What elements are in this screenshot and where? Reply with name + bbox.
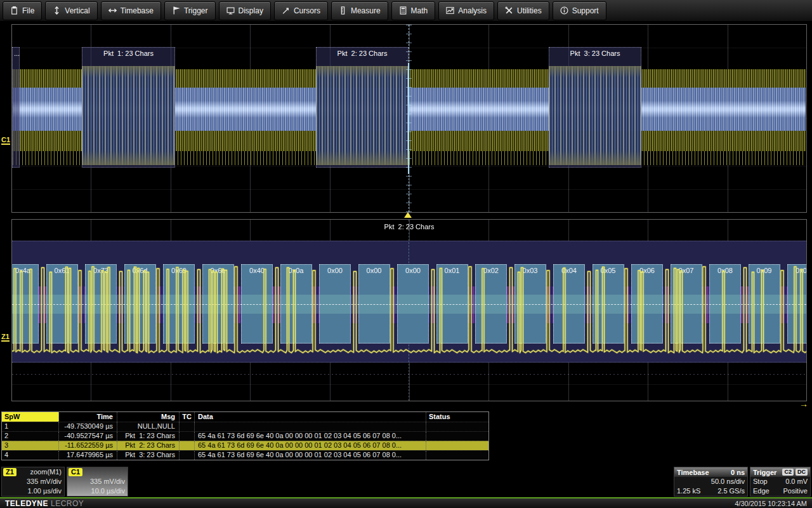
cell-index: 2 — [2, 432, 59, 441]
timebase-delay: 0 ns — [731, 469, 745, 476]
trigger-slope: Positive — [783, 486, 808, 496]
brand-lecroy: LECROY — [51, 499, 84, 508]
cell-time: -40.9527547 µs — [59, 432, 117, 441]
column-header-spw: SpW — [2, 412, 59, 422]
menu-timebase-label: Timebase — [121, 6, 154, 15]
cell-index: 4 — [2, 451, 59, 460]
packet-overlay-3: Pkt 3: 23 Chars — [549, 47, 641, 168]
chart-line-icon — [446, 6, 454, 15]
z1-vdiv: 335 mV/div — [27, 478, 62, 485]
menu-support-label: Support — [572, 6, 599, 15]
z1-descriptor[interactable]: Z1 zoom(M1) 335 mV/div 1.00 µs/div — [1, 467, 65, 497]
menu-vertical-label: Vertical — [65, 6, 89, 15]
packet-label: Pkt 3: 23 Chars — [549, 50, 641, 57]
menu-bar: File Vertical Timebase Trigger Display C… — [0, 0, 812, 22]
trigger-mode: Stop — [753, 477, 768, 486]
z1-tag: Z1 — [3, 468, 16, 476]
cursor-arrow-icon — [282, 6, 290, 15]
packet-overlay-1: Pkt 1: 23 Chars — [82, 47, 175, 168]
menu-display[interactable]: Display — [219, 1, 271, 20]
cell-index: 1 — [2, 422, 59, 431]
zoom-grid: 0x4a0x610x730x6d0x690x6e0x400x0a0x000x00… — [11, 219, 807, 401]
menu-utilities[interactable]: Utilities — [497, 1, 549, 20]
cell-msg: Pkt 1: 23 Chars — [117, 432, 180, 441]
z1-title: zoom(M1) — [30, 468, 62, 476]
menu-measure[interactable]: Measure — [331, 1, 388, 20]
cell-status — [426, 451, 487, 460]
cell-data: 65 4a 61 73 6d 69 6e 40 0a 00 00 00 01 0… — [195, 432, 426, 441]
cell-status — [426, 432, 487, 441]
menu-timebase[interactable]: Timebase — [101, 1, 161, 20]
decode-gate-line — [408, 63, 409, 174]
column-header-msg: Msg — [117, 412, 180, 422]
cell-data: 65 4a 61 73 6d 69 6e 40 0a 00 00 00 01 0… — [195, 451, 426, 460]
cell-data: 65 4a 61 73 6d 69 6e 40 0a 00 00 00 01 0… — [195, 441, 426, 450]
trigger-flag-icon — [172, 6, 180, 15]
menu-file-label: File — [22, 6, 34, 15]
cell-tc — [180, 451, 195, 460]
timebase-tdiv: 50.0 ns/div — [711, 477, 745, 486]
zoom-waveform-canvas — [12, 220, 807, 401]
cell-msg: Pkt 3: 23 Chars — [117, 451, 180, 460]
menu-cursors[interactable]: Cursors — [274, 1, 328, 20]
table-row[interactable]: 2-40.9527547 µsPkt 1: 23 Chars65 4a 61 7… — [2, 431, 488, 441]
taskbar: TELEDYNELECROY 4/30/2015 10:23:14 AM — [0, 497, 812, 508]
decode-table-header: SpWTimeMsgTCDataStatus — [2, 412, 488, 422]
packet-partial-label: ... — [14, 50, 20, 57]
menu-math[interactable]: Math — [391, 1, 436, 20]
table-row[interactable]: 1-49.7530049 µsNULL,NULL — [2, 422, 488, 431]
trigger-level: 0.0 mV — [785, 477, 808, 486]
menu-analysis[interactable]: Analysis — [438, 1, 494, 20]
packet-overlay-2: Pkt 2: 23 Chars — [316, 47, 409, 168]
c1-tdiv: 10.0 µs/div — [91, 487, 125, 495]
zoom-z1-marker[interactable]: Z1 — [1, 333, 10, 342]
trigger-source-badge: C2 — [782, 469, 794, 476]
column-header-tc: TC — [180, 412, 195, 422]
trigger-position-marker[interactable] — [404, 212, 412, 218]
teledyne-lecroy-logo: TELEDYNELECROY — [5, 499, 84, 508]
zoom-packet-label: Pkt 2: 23 Chars — [12, 223, 806, 231]
column-header-status: Status — [426, 412, 487, 422]
timebase-panel[interactable]: Timebase 0 ns 50.0 ns/div 1.25 kS 2.5 GS… — [674, 467, 748, 497]
channel-c1-marker[interactable]: C1 — [1, 136, 10, 145]
menu-utilities-label: Utilities — [517, 6, 542, 15]
packet-overlay-partial: ... — [12, 47, 20, 168]
cell-index: 3 — [2, 441, 59, 450]
menu-measure-label: Measure — [351, 6, 381, 15]
ruler-icon — [339, 6, 347, 15]
table-row[interactable]: 417.6479965 µsPkt 3: 23 Chars65 4a 61 73… — [2, 450, 488, 460]
display-monitor-icon — [226, 6, 235, 15]
trigger-panel[interactable]: Trigger C2 DC Stop 0.0 mV Edge Positive — [750, 467, 811, 497]
column-header-data: Data — [195, 412, 426, 422]
menu-display-label: Display — [239, 6, 263, 15]
main-grid: ... Pkt 1: 23 Chars Pkt 2: 23 Chars Pkt … — [11, 24, 807, 213]
brand-teledyne: TELEDYNE — [5, 499, 48, 508]
decode-table-body: 1-49.7530049 µsNULL,NULL2-40.9527547 µsP… — [2, 422, 488, 460]
calculator-icon — [399, 6, 407, 15]
menu-file[interactable]: File — [3, 1, 42, 20]
cell-tc — [180, 441, 195, 450]
trigger-coupling-badge: DC — [796, 469, 808, 476]
horizontal-arrows-icon — [108, 6, 117, 15]
menu-trigger[interactable]: Trigger — [164, 1, 216, 20]
c1-descriptor[interactable]: C1 335 mV/div 10.0 µs/div — [67, 467, 128, 497]
table-row[interactable]: 3-11.6522559 µsPkt 2: 23 Chars65 4a 61 7… — [2, 441, 488, 450]
cell-data — [195, 422, 426, 431]
column-header-time: Time — [59, 412, 117, 422]
trigger-type: Edge — [753, 486, 769, 496]
cell-time: -11.6522559 µs — [59, 441, 117, 450]
oscilloscope-screen: File Vertical Timebase Trigger Display C… — [0, 0, 812, 508]
menu-vertical[interactable]: Vertical — [45, 1, 97, 20]
cell-msg: NULL,NULL — [117, 422, 180, 431]
cell-status — [426, 422, 487, 431]
cell-tc — [180, 432, 195, 441]
timebase-title: Timebase — [677, 469, 709, 476]
vertical-arrows-icon — [53, 6, 61, 15]
packet-label: Pkt 2: 23 Chars — [317, 50, 408, 57]
c1-vdiv: 335 mV/div — [90, 478, 125, 485]
cell-time: 17.6479965 µs — [59, 451, 117, 460]
menu-cursors-label: Cursors — [294, 6, 320, 15]
info-circle-icon — [560, 6, 568, 15]
menu-support[interactable]: Support — [553, 1, 606, 20]
cell-status — [426, 441, 487, 450]
